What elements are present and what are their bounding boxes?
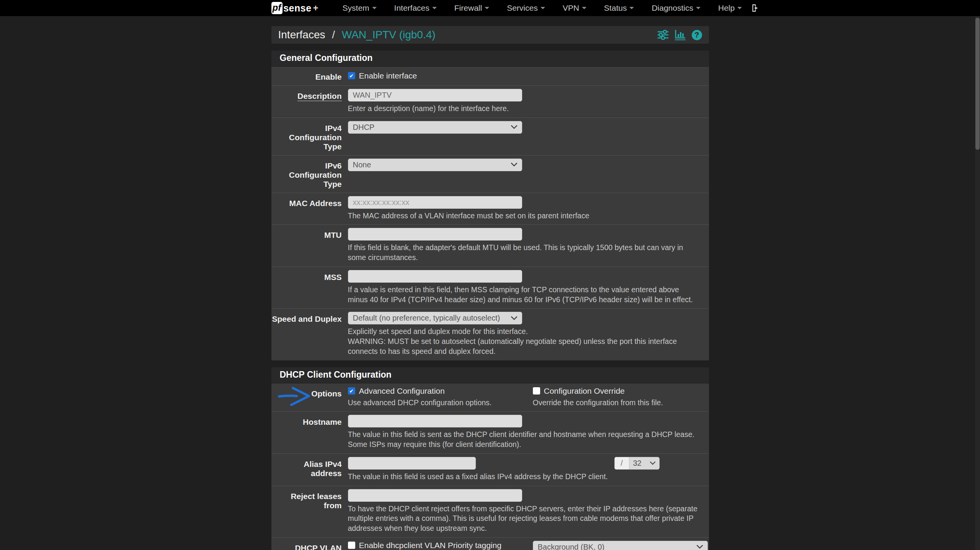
sign-out-icon[interactable] <box>751 3 761 13</box>
pfsense-logo[interactable]: pf sense + <box>271 2 318 14</box>
menu-status[interactable]: Status <box>595 0 643 16</box>
mtu-input[interactable] <box>348 228 522 241</box>
vlan-priority-tagging-checkbox[interactable] <box>348 542 355 549</box>
configuration-override-checkbox[interactable] <box>533 387 540 394</box>
speed-duplex-select[interactable]: Default (no preference, typically autose… <box>348 312 522 324</box>
page-scrollbar[interactable] <box>975 16 980 550</box>
row-description: Description Enter a description (name) f… <box>271 85 709 118</box>
field-help: To have the DHCP client reject offers fr… <box>348 504 701 534</box>
speed-duplex-selected-value: Default (no preference, typically autose… <box>353 314 511 322</box>
row-mac-address: MAC Address The MAC address of a VLAN in… <box>271 193 709 225</box>
vlan-priority-selected-value: Background (BK, 0) <box>538 543 697 550</box>
row-alias-ipv4-address: Alias IPv4 address / 32 The value in thi… <box>271 453 709 486</box>
menu-status-label: Status <box>604 3 627 13</box>
field-help: If this field is blank, the adapter's de… <box>348 243 701 262</box>
menu-firewall-label: Firewall <box>454 3 482 13</box>
vlan-priority-tagging-label: Enable dhcpclient VLAN Priority tagging <box>359 541 501 550</box>
description-input[interactable] <box>348 89 522 101</box>
field-label: Speed and Duplex <box>271 312 348 356</box>
enable-interface-checkbox-label: Enable interface <box>359 71 417 80</box>
field-help: The MAC address of a VLAN interface must… <box>348 211 701 221</box>
field-help: The value in this field is used as a fix… <box>348 472 701 482</box>
menu-system[interactable]: System <box>334 0 385 16</box>
field-help: Explicitly set speed and duplex mode for… <box>348 327 701 356</box>
caret-down-icon <box>737 7 742 9</box>
advanced-configuration-label: Advanced Configuration <box>359 386 445 396</box>
breadcrumb-separator: / <box>332 29 335 41</box>
alias-ipv4-input[interactable] <box>348 457 476 470</box>
interface-status-chart-icon[interactable] <box>675 29 686 40</box>
row-options: Options Advanced Configuration Use advan… <box>271 383 709 412</box>
row-reject-leases-from: Reject leases from To have the DHCP clie… <box>271 486 709 537</box>
menu-vpn-label: VPN <box>563 3 579 13</box>
caret-down-icon <box>432 7 437 9</box>
advanced-configuration-checkbox[interactable] <box>348 387 355 394</box>
page-header-bar: Interfaces / WAN_IPTV (igb0.4) <box>271 26 709 44</box>
field-label: IPv6 Configuration Type <box>271 159 348 189</box>
chevron-down-icon <box>511 125 517 129</box>
row-speed-and-duplex: Speed and Duplex Default (no preference,… <box>271 308 709 360</box>
ipv4-type-selected-value: DHCP <box>353 123 511 132</box>
row-ipv4-configuration-type: IPv4 Configuration Type DHCP <box>271 118 709 155</box>
breadcrumb-current-page: WAN_IPTV (igb0.4) <box>342 29 436 41</box>
field-label: MAC Address <box>271 196 348 221</box>
breadcrumb: Interfaces / WAN_IPTV (igb0.4) <box>278 29 436 41</box>
help-icon[interactable]: ? <box>692 30 702 40</box>
field-help: Use advanced DHCP configuration options. <box>348 398 533 408</box>
row-mtu: MTU If this field is blank, the adapter'… <box>271 224 709 266</box>
speed-help-warning: WARNING: MUST be set to autoselect (auto… <box>348 337 701 356</box>
pfsense-logo-mark: pf <box>271 2 283 14</box>
field-label: MSS <box>271 270 348 304</box>
field-label: Hostname <box>271 415 348 449</box>
ipv6-type-select[interactable]: None <box>348 159 522 171</box>
panel-title: General Configuration <box>271 51 709 67</box>
pfsense-logo-text: sense <box>283 3 311 14</box>
caret-down-icon <box>541 7 545 9</box>
caret-down-icon <box>629 7 634 9</box>
menu-help[interactable]: Help <box>709 0 751 16</box>
subnet-mask-select[interactable]: 32 <box>629 457 660 470</box>
sliders-icon[interactable] <box>657 30 669 40</box>
panel-title: DHCP Client Configuration <box>271 367 709 383</box>
caret-down-icon <box>372 7 377 9</box>
field-label: DHCP VLAN Priority <box>271 541 348 550</box>
menu-vpn[interactable]: VPN <box>554 0 595 16</box>
pfsense-plus-sign: + <box>313 3 318 13</box>
caret-down-icon <box>582 7 586 9</box>
chevron-down-icon <box>650 462 655 465</box>
reject-leases-input[interactable] <box>348 489 522 502</box>
hostname-input[interactable] <box>348 415 522 427</box>
main-menu: System Interfaces Firewall Services VPN … <box>334 0 751 16</box>
scrollbar-thumb[interactable] <box>975 18 980 150</box>
row-ipv6-configuration-type: IPv6 Configuration Type None <box>271 155 709 193</box>
mac-address-input[interactable] <box>348 196 522 209</box>
panel-general-configuration: General Configuration Enable Enable inte… <box>271 51 709 360</box>
menu-diagnostics[interactable]: Diagnostics <box>643 0 709 16</box>
menu-firewall[interactable]: Firewall <box>446 0 498 16</box>
field-label: Enable <box>271 70 348 82</box>
field-label: Alias IPv4 address <box>271 457 348 482</box>
chevron-down-icon <box>511 163 517 167</box>
mss-input[interactable] <box>348 270 522 283</box>
vlan-priority-select[interactable]: Background (BK, 0) <box>533 541 708 550</box>
row-enable: Enable Enable interface <box>271 67 709 85</box>
breadcrumb-section: Interfaces <box>278 29 325 41</box>
field-label: IPv4 Configuration Type <box>271 121 348 151</box>
caret-down-icon <box>696 7 701 9</box>
enable-interface-checkbox[interactable] <box>348 72 355 79</box>
subnet-mask-selected-value: 32 <box>633 459 650 468</box>
row-hostname: Hostname The value in this field is sent… <box>271 411 709 453</box>
field-label: MTU <box>271 228 348 262</box>
menu-services-label: Services <box>507 3 538 13</box>
speed-help-line1: Explicitly set speed and duplex mode for… <box>348 327 701 337</box>
menu-services[interactable]: Services <box>498 0 554 16</box>
chevron-down-icon <box>511 316 517 320</box>
row-dhcp-vlan-priority: DHCP VLAN Priority Enable dhcpclient VLA… <box>271 537 709 550</box>
menu-interfaces[interactable]: Interfaces <box>385 0 446 16</box>
panel-dhcp-client-configuration: DHCP Client Configuration Options Advanc… <box>271 367 709 550</box>
menu-system-label: System <box>343 3 369 13</box>
row-mss: MSS If a value is entered in this field,… <box>271 267 709 308</box>
menu-interfaces-label: Interfaces <box>394 3 430 13</box>
ipv4-type-select[interactable]: DHCP <box>348 121 522 134</box>
field-label: Description <box>297 92 342 101</box>
